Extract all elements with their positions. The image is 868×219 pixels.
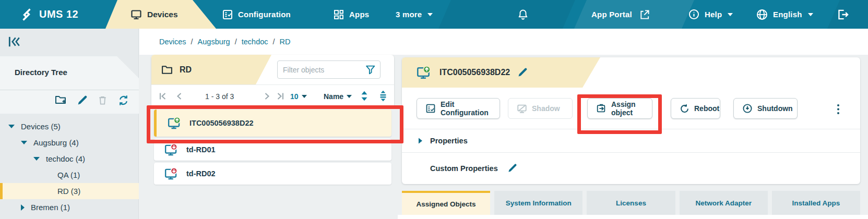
tree-item-augsburg[interactable]: Augsburg (4) xyxy=(0,135,139,151)
nav-tab-apps[interactable]: Apps xyxy=(333,0,369,29)
top-navbar: UMS 12 Devices Configuration xyxy=(0,0,868,29)
rename-device-icon[interactable] xyxy=(517,67,528,78)
sort-options-icon[interactable] xyxy=(378,90,388,102)
app-portal-label: App Portal xyxy=(591,10,632,19)
reboot-icon xyxy=(680,104,689,114)
tree-item-label: RD (3) xyxy=(57,187,80,196)
tab-network-adapter[interactable]: Network Adapter xyxy=(680,191,768,215)
tab-system-information[interactable]: System Information xyxy=(494,191,582,215)
chevron-down-icon xyxy=(347,95,352,98)
nav-more-menu[interactable]: 3 more xyxy=(396,0,433,29)
sort-by-select[interactable]: Name xyxy=(324,92,352,101)
folder-title: RD xyxy=(180,65,192,75)
next-page-icon[interactable] xyxy=(262,91,272,101)
properties-accordion[interactable]: Properties xyxy=(402,129,860,152)
last-page-icon[interactable] xyxy=(276,91,286,101)
edit-configuration-button[interactable]: Edit Configuration xyxy=(417,98,500,119)
divider xyxy=(0,90,139,90)
directory-tree-panel: Directory Tree xyxy=(0,56,139,114)
detail-tabs: Assigned Objects System Information Lice… xyxy=(402,191,860,215)
app-portal-link[interactable]: App Portal xyxy=(591,0,650,29)
shutdown-icon xyxy=(742,103,753,114)
notifications-bell[interactable] xyxy=(517,0,529,29)
logout-button[interactable] xyxy=(836,0,850,29)
sort-by-value: Name xyxy=(324,92,343,101)
delete-directory-icon xyxy=(97,94,108,106)
refresh-icon[interactable] xyxy=(117,94,129,106)
language-menu[interactable]: English xyxy=(756,0,813,29)
nav-more-label: 3 more xyxy=(396,10,422,19)
page-size-select[interactable]: 10 xyxy=(290,92,307,101)
collapse-sidebar-icon[interactable] xyxy=(7,35,21,48)
selected-indicator xyxy=(154,110,157,137)
prev-page-icon[interactable] xyxy=(174,91,184,101)
configuration-icon xyxy=(222,9,233,20)
device-row-itc005056938d22[interactable]: ITC005056938D22 xyxy=(154,110,391,137)
add-directory-icon[interactable] xyxy=(54,94,67,106)
tab-label: Assigned Objects xyxy=(417,200,476,208)
device-row-td-rd02[interactable]: td-RD02 xyxy=(154,163,391,185)
tab-assigned-objects[interactable]: Assigned Objects xyxy=(402,191,490,215)
shutdown-button[interactable]: Shutdown xyxy=(733,98,798,119)
breadcrumb-separator: / xyxy=(273,38,275,46)
breadcrumb-bar: Devices / Augsburg / techdoc / RD xyxy=(139,29,868,55)
tree-item-bremen[interactable]: Bremen (1) xyxy=(0,199,139,215)
tab-content-area xyxy=(398,215,868,219)
tree-item-qa[interactable]: QA (1) xyxy=(0,167,139,183)
custom-properties-row: Custom Properties xyxy=(402,152,860,184)
caret-expanded-icon[interactable] xyxy=(8,125,15,128)
tab-label: System Information xyxy=(506,199,572,207)
device-list-header: RD 1 - 3 of 3 xyxy=(151,55,394,107)
tree-item-label: Devices (5) xyxy=(21,122,61,131)
edit-configuration-label: Edit Configuration xyxy=(441,100,491,117)
nav-tab-devices[interactable]: Devices xyxy=(105,0,216,29)
tree-item-devices[interactable]: Devices (5) xyxy=(0,118,139,135)
chevron-down-icon xyxy=(427,13,433,16)
shadow-label: Shadow xyxy=(532,104,560,113)
chevron-down-icon xyxy=(302,95,307,98)
pagination-range: 1 - 3 of 3 xyxy=(205,92,234,101)
language-label: English xyxy=(773,10,802,19)
nav-tab-devices-label: Devices xyxy=(147,10,178,19)
device-offline-icon xyxy=(164,167,179,180)
caret-collapsed-icon[interactable] xyxy=(21,204,25,211)
filter-funnel-icon[interactable] xyxy=(365,65,376,75)
assign-object-icon xyxy=(596,103,607,114)
edit-custom-properties-icon[interactable] xyxy=(507,163,517,173)
tree-item-label: Bremen (1) xyxy=(31,203,70,212)
tree-item-label: techdoc (4) xyxy=(46,154,85,163)
directory-tree-title: Directory Tree xyxy=(15,68,67,77)
tree-item-rd[interactable]: RD (3) xyxy=(0,183,139,199)
shadow-button: Shadow xyxy=(508,98,573,119)
tab-licenses[interactable]: Licenses xyxy=(587,191,675,215)
assign-object-button[interactable]: Assign object xyxy=(587,98,652,119)
caret-right-icon xyxy=(417,137,424,145)
breadcrumb-rd[interactable]: RD xyxy=(280,38,291,46)
nav-tab-configuration[interactable]: Configuration xyxy=(222,0,291,29)
device-row-td-rd01[interactable]: td-RD01 xyxy=(154,139,391,161)
edit-configuration-icon xyxy=(425,103,436,114)
page-size-value: 10 xyxy=(290,92,299,101)
tree-item-techdoc[interactable]: techdoc (4) xyxy=(0,151,139,167)
caret-expanded-icon[interactable] xyxy=(33,157,40,161)
folder-header: RD xyxy=(151,55,271,84)
brand[interactable]: UMS 12 xyxy=(19,0,78,29)
more-actions-kebab-icon[interactable] xyxy=(836,103,840,116)
reboot-button[interactable]: Reboot xyxy=(671,98,720,119)
tab-installed-apps[interactable]: Installed Apps xyxy=(772,191,860,215)
caret-expanded-icon[interactable] xyxy=(21,141,27,144)
properties-label: Properties xyxy=(430,137,468,145)
breadcrumb-techdoc[interactable]: techdoc xyxy=(242,38,268,46)
custom-properties-label: Custom Properties xyxy=(430,164,498,173)
device-offline-icon xyxy=(164,143,179,156)
help-menu[interactable]: Help xyxy=(688,0,733,29)
sort-direction-icon[interactable] xyxy=(359,90,370,102)
breadcrumb-devices[interactable]: Devices xyxy=(159,38,186,46)
first-page-icon[interactable] xyxy=(158,91,168,101)
nav-shade-band xyxy=(438,0,575,29)
breadcrumb-augsburg[interactable]: Augsburg xyxy=(198,38,230,46)
chevron-down-icon xyxy=(808,13,813,16)
edit-directory-icon[interactable] xyxy=(77,95,88,106)
reboot-label: Reboot xyxy=(694,104,719,113)
tab-label: Network Adapter xyxy=(695,199,752,207)
